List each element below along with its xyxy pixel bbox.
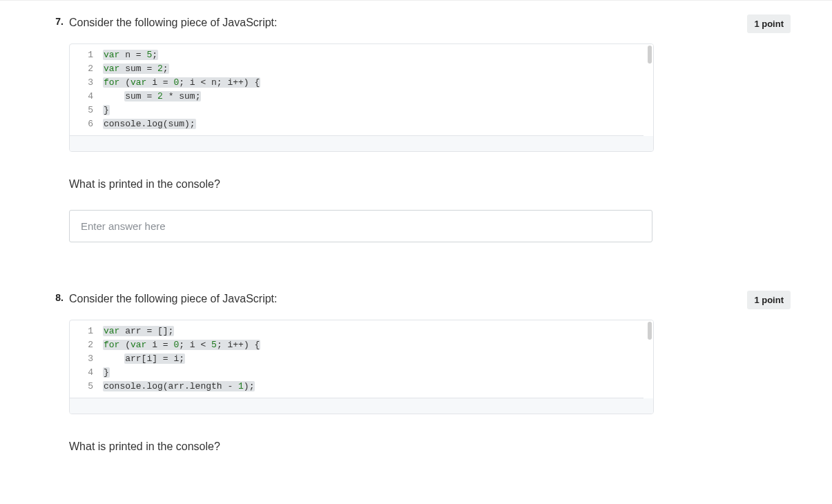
code-text: console.log(sum); — [103, 117, 196, 131]
code-line: 1var n = 5; — [70, 48, 653, 62]
code-text: for (var i = 0; i < 5; i++) { — [103, 338, 260, 352]
answer-box[interactable] — [69, 210, 652, 242]
code-text: console.log(arr.length - 1); — [103, 380, 255, 394]
line-number: 4 — [70, 366, 103, 380]
code-line: 5} — [70, 104, 653, 117]
code-line: 1var arr = []; — [70, 324, 653, 338]
line-number: 2 — [70, 62, 103, 76]
question-number: 7. — [41, 14, 69, 29]
code-bottom-bar — [70, 135, 653, 151]
question-prompt: Consider the following piece of JavaScri… — [69, 291, 791, 307]
line-number: 3 — [70, 352, 103, 366]
points-badge: 1 point — [747, 291, 791, 309]
code-text: } — [103, 104, 110, 117]
line-number: 3 — [70, 76, 103, 90]
code-block: 1var arr = []; 2for (var i = 0; i < 5; i… — [69, 320, 654, 414]
code-text: var n = 5; — [103, 48, 158, 62]
code-line: 5console.log(arr.length - 1); — [70, 380, 653, 394]
code-text: } — [103, 366, 110, 380]
code-text: for (var i = 0; i < n; i++) { — [103, 76, 260, 90]
code-text: var sum = 2; — [103, 62, 169, 76]
question-prompt: Consider the following piece of JavaScri… — [69, 14, 791, 31]
code-line: 3 arr[i] = i; — [70, 352, 653, 366]
line-number: 4 — [70, 90, 103, 104]
code-bottom-bar — [70, 398, 653, 414]
scrollbar-thumb[interactable] — [648, 322, 652, 340]
line-number: 1 — [70, 48, 103, 62]
line-number: 5 — [70, 380, 103, 394]
code-line: 4} — [70, 366, 653, 380]
code-block: 1var n = 5; 2var sum = 2; 3for (var i = … — [69, 43, 654, 152]
code-line: 2var sum = 2; — [70, 62, 653, 76]
code-inner: 1var n = 5; 2var sum = 2; 3for (var i = … — [70, 44, 653, 135]
question-number: 8. — [41, 291, 69, 305]
line-number: 2 — [70, 338, 103, 352]
line-number: 6 — [70, 117, 103, 131]
points-badge: 1 point — [747, 14, 791, 33]
code-text: sum = 2 * sum; — [103, 90, 201, 104]
line-number: 1 — [70, 324, 103, 338]
follow-up-text: What is printed in the console? — [69, 178, 791, 191]
follow-up-text: What is printed in the console? — [69, 440, 791, 453]
page-container: 7. 1 point Consider the following piece … — [0, 1, 832, 481]
code-inner: 1var arr = []; 2for (var i = 0; i < 5; i… — [70, 320, 653, 398]
code-line: 6console.log(sum); — [70, 117, 653, 131]
code-line: 3for (var i = 0; i < n; i++) { — [70, 76, 653, 90]
code-line: 4 sum = 2 * sum; — [70, 90, 653, 104]
answer-input[interactable] — [79, 220, 645, 233]
code-line: 2for (var i = 0; i < 5; i++) { — [70, 338, 653, 352]
question-8: 8. 1 point Consider the following piece … — [41, 291, 791, 453]
line-number: 5 — [70, 104, 103, 117]
code-text: arr[i] = i; — [103, 352, 185, 366]
scrollbar-thumb[interactable] — [648, 46, 652, 64]
question-7: 7. 1 point Consider the following piece … — [41, 14, 791, 242]
code-text: var arr = []; — [103, 324, 174, 338]
